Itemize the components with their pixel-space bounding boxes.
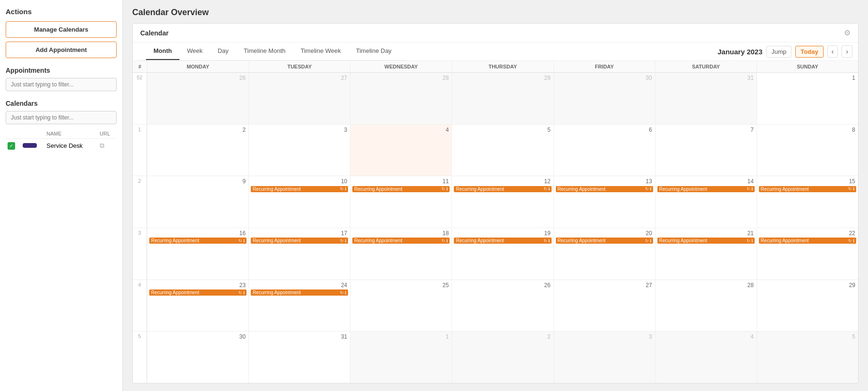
day-number: 28 bbox=[657, 281, 755, 289]
day-number: 6 bbox=[556, 126, 653, 134]
calendar-name: Service Desk bbox=[45, 139, 98, 153]
appt-icons: ↻ℹ bbox=[544, 238, 550, 243]
main-content: Calendar Overview Calendar ⚙ MonthWeekDa… bbox=[123, 0, 868, 391]
info-icon: ℹ bbox=[650, 187, 651, 191]
appointment-bar[interactable]: Recurring Appointment↻ℹ bbox=[149, 238, 247, 244]
appt-icons: ↻ℹ bbox=[238, 290, 245, 295]
info-icon: ℹ bbox=[243, 290, 245, 295]
appointment-bar[interactable]: Recurring Appointment↻ℹ bbox=[657, 186, 755, 192]
calendar-cell: 26 bbox=[451, 280, 553, 332]
day-number: 2 bbox=[149, 126, 247, 134]
appointment-bar[interactable]: Recurring Appointment↻ℹ bbox=[352, 186, 450, 192]
today-button[interactable]: Today bbox=[795, 46, 823, 58]
calendar-tab-day[interactable]: Day bbox=[210, 42, 236, 60]
appointment-bar[interactable]: Recurring Appointment↻ℹ bbox=[251, 238, 348, 244]
add-appointment-button[interactable]: Add Appointment bbox=[6, 42, 117, 58]
week-row: 5303112345 bbox=[133, 332, 858, 383]
day-number: 27 bbox=[251, 74, 348, 82]
recur-icon: ↻ bbox=[544, 238, 547, 243]
prev-button[interactable]: ‹ bbox=[827, 45, 838, 58]
calendar-cell: 10Recurring Appointment↻ℹ bbox=[248, 176, 350, 228]
calendar-cell: 19Recurring Appointment↻ℹ bbox=[451, 228, 553, 280]
recur-icon: ↻ bbox=[238, 290, 242, 295]
day-number: 9 bbox=[149, 177, 247, 186]
appointment-bar[interactable]: Recurring Appointment↻ℹ bbox=[454, 186, 551, 192]
day-number: 20 bbox=[556, 229, 653, 238]
calendar-cell: 29 bbox=[757, 280, 858, 332]
calendar-weeks: 522627282930311123456782910Recurring App… bbox=[133, 73, 858, 383]
appointment-bar[interactable]: Recurring Appointment↻ℹ bbox=[454, 238, 551, 244]
appt-icons: ↻ℹ bbox=[544, 187, 550, 191]
manage-calendars-button[interactable]: Manage Calendars bbox=[6, 21, 117, 38]
appt-icons: ↻ℹ bbox=[645, 187, 651, 191]
appointment-bar[interactable]: Recurring Appointment↻ℹ bbox=[352, 238, 450, 244]
appointment-label: Recurring Appointment bbox=[253, 187, 301, 192]
calendar-cell: 29 bbox=[451, 73, 553, 124]
info-icon: ℹ bbox=[243, 238, 245, 243]
day-number: 27 bbox=[556, 281, 653, 289]
info-icon: ℹ bbox=[751, 238, 753, 243]
calendars-filter-input[interactable] bbox=[6, 111, 117, 124]
calendar-cell: 18Recurring Appointment↻ℹ bbox=[350, 228, 451, 280]
appt-icons: ↻ℹ bbox=[442, 238, 448, 243]
appointment-label: Recurring Appointment bbox=[659, 238, 707, 243]
calendar-cell: 30 bbox=[147, 332, 248, 383]
calendar-tab-timeline-week[interactable]: Timeline Week bbox=[293, 42, 349, 60]
appointments-filter-input[interactable] bbox=[6, 78, 117, 91]
calendar-cell: 22Recurring Appointment↻ℹ bbox=[757, 228, 858, 280]
calendar-cell: 6 bbox=[553, 125, 655, 176]
appt-icons: ↻ℹ bbox=[340, 187, 346, 191]
recur-icon: ↻ bbox=[340, 238, 344, 243]
settings-icon[interactable]: ⚙ bbox=[844, 28, 851, 37]
week-row: 2910Recurring Appointment↻ℹ11Recurring A… bbox=[133, 176, 858, 228]
calendar-checkbox[interactable]: ✓ bbox=[8, 142, 15, 150]
day-number: 4 bbox=[352, 126, 450, 134]
appointment-bar[interactable]: Recurring Appointment↻ℹ bbox=[657, 238, 755, 244]
next-button[interactable]: › bbox=[842, 45, 852, 58]
recur-icon: ↻ bbox=[238, 238, 242, 243]
calendar-cell: 1 bbox=[757, 73, 858, 124]
appointment-bar[interactable]: Recurring Appointment↻ℹ bbox=[759, 186, 856, 192]
day-number: 8 bbox=[759, 126, 856, 134]
appointment-bar[interactable]: Recurring Appointment↻ℹ bbox=[556, 186, 653, 192]
appointment-bar[interactable]: Recurring Appointment↻ℹ bbox=[251, 186, 348, 192]
day-number: 16 bbox=[149, 229, 247, 238]
calendar-cell: 28 bbox=[350, 73, 451, 124]
day-number: 28 bbox=[352, 74, 450, 82]
appointment-bar[interactable]: Recurring Appointment↻ℹ bbox=[556, 238, 653, 244]
appointment-bar[interactable]: Recurring Appointment↻ℹ bbox=[759, 238, 856, 244]
sidebar: Actions Manage Calendars Add Appointment… bbox=[0, 0, 123, 391]
calendar-panel: Calendar ⚙ MonthWeekDayTimeline MonthTim… bbox=[132, 23, 859, 383]
day-number: 1 bbox=[352, 332, 450, 341]
calendar-cell: 16Recurring Appointment↻ℹ bbox=[147, 228, 248, 280]
day-number: 31 bbox=[657, 74, 755, 82]
appointment-label: Recurring Appointment bbox=[456, 187, 504, 192]
day-number: 30 bbox=[149, 332, 247, 341]
calendar-tab-timeline-month[interactable]: Timeline Month bbox=[236, 42, 293, 60]
calendar-tab-timeline-day[interactable]: Timeline Day bbox=[349, 42, 399, 60]
day-number: 2 bbox=[454, 332, 551, 341]
week-row: 423Recurring Appointment↻ℹ24Recurring Ap… bbox=[133, 280, 858, 332]
calendar-tab-month[interactable]: Month bbox=[146, 42, 179, 60]
info-icon: ℹ bbox=[853, 238, 854, 243]
appointment-bar[interactable]: Recurring Appointment↻ℹ bbox=[251, 289, 348, 296]
day-number: 10 bbox=[251, 177, 348, 186]
calendar-cell: 14Recurring Appointment↻ℹ bbox=[655, 176, 757, 228]
recur-icon: ↻ bbox=[340, 290, 344, 295]
day-number: 14 bbox=[657, 177, 755, 186]
week-number: 2 bbox=[133, 176, 147, 228]
week-number: 1 bbox=[133, 125, 147, 176]
recur-icon: ↻ bbox=[848, 238, 852, 243]
day-header-tuesday: TUESDAY bbox=[248, 61, 350, 72]
jump-button[interactable]: Jump bbox=[766, 46, 792, 58]
calendar-cell: 23Recurring Appointment↻ℹ bbox=[147, 280, 248, 332]
recur-icon: ↻ bbox=[747, 238, 750, 243]
appointment-bar[interactable]: Recurring Appointment↻ℹ bbox=[149, 289, 247, 296]
info-icon: ℹ bbox=[345, 187, 346, 191]
calendar-cell: 7 bbox=[655, 125, 757, 176]
copy-icon[interactable]: ⧉ bbox=[100, 142, 104, 149]
info-icon: ℹ bbox=[345, 290, 346, 295]
day-number: 13 bbox=[556, 177, 653, 186]
calendar-tab-week[interactable]: Week bbox=[179, 42, 210, 60]
day-header-monday: MONDAY bbox=[147, 61, 248, 72]
